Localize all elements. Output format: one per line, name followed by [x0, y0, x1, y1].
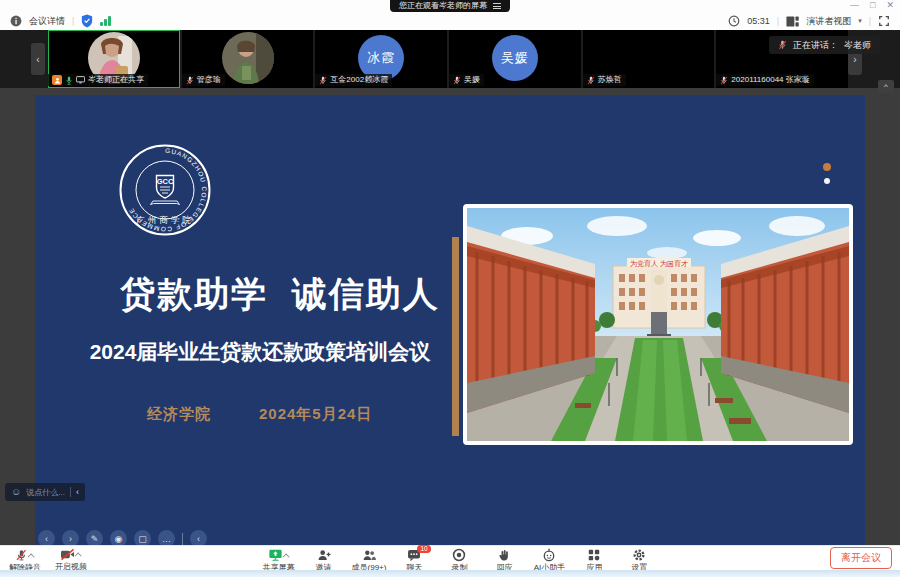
network-signal-icon[interactable]: [100, 16, 111, 26]
participant-label: 互金2002赖冰霞: [315, 74, 392, 86]
toolbar-share-screen[interactable]: 共享屏幕: [262, 546, 296, 570]
participant-name: 互金2002赖冰霞: [330, 74, 388, 86]
ai-assistant-icon: [542, 548, 556, 562]
college-logo: GUANGZHOU COLLEGE OF COMMERCE GCC 广州商学院: [118, 143, 212, 237]
close-button[interactable]: ✕: [886, 0, 894, 11]
quick-chat-bar[interactable]: ☺ 说点什么... ‹: [5, 483, 85, 501]
toolbar-members[interactable]: 成员(99+): [352, 546, 387, 570]
screen-sharing-icon: [76, 76, 85, 84]
maximize-button[interactable]: □: [870, 0, 875, 11]
viewing-banner-text: 您正在观看岑老师的屏幕: [399, 0, 487, 12]
app-window: 您正在观看岑老师的屏幕 — □ ✕ 会议详情 | 05:31 | 演讲者视图 ▾…: [0, 0, 900, 577]
slide-org: 经济学院: [147, 405, 211, 424]
decor-gold-bar: [452, 237, 459, 436]
toolbar-apps[interactable]: 应用: [577, 546, 611, 570]
participant-label: 苏焕哲: [583, 74, 626, 86]
mic-on-icon: [65, 76, 73, 85]
minimize-button[interactable]: —: [850, 0, 859, 11]
participant-name: 管彦瑜: [197, 74, 221, 86]
annot-prev-button[interactable]: ‹: [38, 530, 55, 545]
annot-next-button[interactable]: ›: [62, 530, 79, 545]
speaking-name: 岑老师: [844, 39, 871, 52]
svg-text:广州商学院: 广州商学院: [136, 215, 194, 225]
participant-tile[interactable]: 冰霞 互金2002赖冰霞: [315, 30, 447, 88]
chat-input-placeholder[interactable]: 说点什么...: [26, 487, 65, 498]
mic-muted-icon: [15, 548, 28, 562]
viewing-banner: 您正在观看岑老师的屏幕: [390, 0, 510, 12]
camera-off-icon: [60, 548, 75, 561]
annot-shape-button[interactable]: ▢: [134, 530, 151, 545]
decor-dot-orange: [823, 163, 831, 171]
layout-view-icon: [786, 15, 799, 28]
toolbar-unmute[interactable]: 解除静音: [8, 546, 42, 570]
annotation-toolbar: ‹ › ✎ ◉ ▢ … ‹: [38, 530, 207, 545]
divider: [182, 533, 183, 545]
annot-collapse-button[interactable]: ‹: [190, 530, 207, 545]
annot-more-button[interactable]: …: [158, 530, 175, 545]
participant-name: 岑老师正在共享: [88, 74, 144, 86]
toolbar-start-video[interactable]: 开启视频: [54, 546, 88, 570]
participant-label: 吴媛: [449, 74, 484, 86]
participant-tile-sharer[interactable]: 岑老师正在共享: [48, 30, 180, 88]
divider: [70, 487, 71, 497]
slide-subtitle: 2024届毕业生贷款还款政策培训会议: [35, 338, 485, 366]
annot-laser-button[interactable]: ◉: [110, 530, 127, 545]
chevron-up-icon[interactable]: [75, 552, 82, 559]
participant-tile[interactable]: 吴媛 吴媛: [449, 30, 581, 88]
members-icon: [362, 548, 377, 562]
chat-unread-badge: 10: [417, 545, 430, 553]
info-icon: [10, 15, 22, 27]
participant-tile[interactable]: 苏焕哲: [583, 30, 715, 88]
chevron-up-icon[interactable]: [28, 553, 35, 560]
window-titlebar: 您正在观看岑老师的屏幕 — □ ✕: [0, 0, 900, 12]
avatar: 吴媛: [492, 35, 538, 81]
toolbar-chat[interactable]: 10 聊天: [397, 546, 431, 570]
taskbar-edge: [0, 570, 900, 577]
divider: |: [72, 16, 74, 26]
toolbar-invite[interactable]: 邀请: [307, 546, 341, 570]
meeting-timer: 05:31: [747, 16, 770, 26]
svg-text:GCC: GCC: [157, 177, 174, 186]
shared-screen-stage: GUANGZHOU COLLEGE OF COMMERCE GCC 广州商学院 …: [0, 88, 900, 545]
clock-icon: [728, 15, 740, 27]
emoji-icon[interactable]: ☺: [11, 487, 21, 497]
toolbar-settings[interactable]: 设置: [622, 546, 656, 570]
fullscreen-icon[interactable]: [878, 15, 890, 27]
participant-strip: ‹ 岑老师正在共享: [0, 30, 900, 88]
presentation-slide: GUANGZHOU COLLEGE OF COMMERCE GCC 广州商学院 …: [35, 95, 865, 545]
divider: |: [869, 16, 871, 26]
toolbar-record[interactable]: 录制: [442, 546, 476, 570]
window-controls: — □ ✕: [850, 0, 894, 11]
apps-grid-icon: [587, 548, 601, 562]
participant-label: 202011160044 张家璇: [716, 74, 813, 86]
strip-scroll-left-button[interactable]: ‹: [31, 43, 45, 75]
participant-tile[interactable]: 管彦瑜: [182, 30, 314, 88]
share-screen-icon: [268, 548, 283, 562]
mic-muted-icon: [453, 76, 461, 85]
toolbar-react[interactable]: 回应: [487, 546, 521, 570]
divider: |: [777, 16, 779, 26]
chat-collapse-button[interactable]: ‹: [76, 487, 79, 497]
decor-dot-white: [824, 178, 830, 184]
campus-photo: 为党育人 为国育才: [467, 208, 849, 441]
mic-muted-icon: [319, 76, 327, 85]
participant-name: 苏焕哲: [598, 74, 622, 86]
meeting-toolbar: 解除静音 开启视频 共享屏幕: [0, 545, 900, 570]
menu-icon[interactable]: [493, 2, 501, 11]
record-icon: [452, 548, 466, 562]
speaking-indicator: 正在讲话：岑老师: [769, 36, 880, 54]
view-mode-dropdown[interactable]: 演讲者视图: [806, 15, 851, 28]
slide-title: 贷款助学 诚信助人: [75, 271, 485, 318]
slide-meta: 经济学院 2024年5月24日: [147, 405, 372, 424]
leave-meeting-button[interactable]: 离开会议: [830, 547, 892, 569]
strip-collapse-button[interactable]: ^: [878, 80, 894, 93]
security-shield-icon[interactable]: [81, 14, 93, 28]
toolbar-ai-assistant[interactable]: AI小助手: [532, 546, 566, 570]
meeting-header: 会议详情 | 05:31 | 演讲者视图 ▾ |: [0, 12, 900, 30]
gear-icon: [632, 548, 646, 562]
chevron-up-icon[interactable]: [282, 553, 289, 560]
reaction-hand-icon: [497, 548, 511, 562]
meeting-details-link[interactable]: 会议详情: [29, 15, 65, 28]
chevron-down-icon[interactable]: ▾: [858, 17, 862, 25]
annot-pen-button[interactable]: ✎: [86, 530, 103, 545]
